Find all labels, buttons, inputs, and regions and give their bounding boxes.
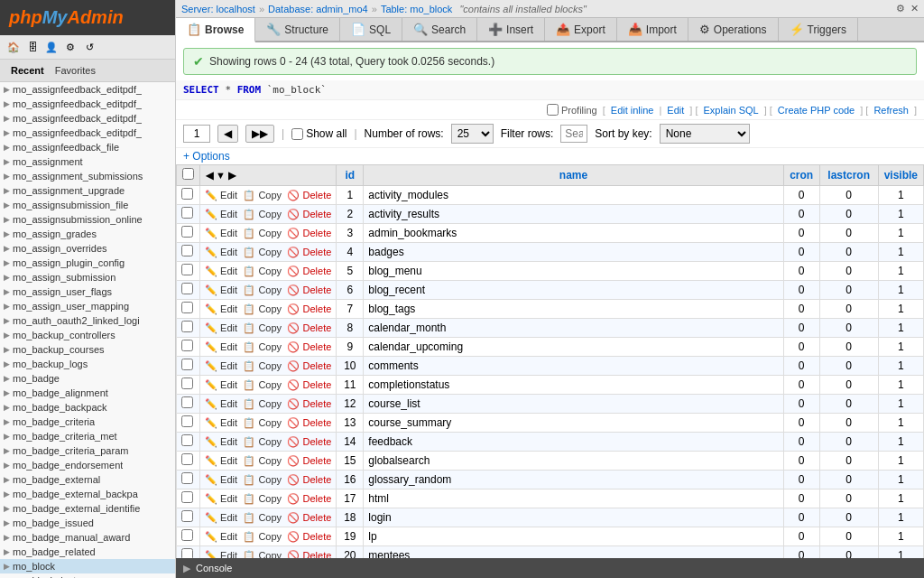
row-checkbox[interactable]	[181, 548, 193, 558]
edit-button[interactable]: ✏️ Edit	[205, 455, 237, 467]
sidebar-item[interactable]: ▶mo_backup_logs	[0, 357, 175, 371]
row-checkbox[interactable]	[181, 434, 193, 446]
delete-button[interactable]: 🚫 Delete	[287, 322, 331, 334]
select-all-checkbox[interactable]	[182, 168, 194, 180]
delete-button[interactable]: 🚫 Delete	[287, 398, 331, 410]
row-checkbox[interactable]	[181, 207, 193, 219]
edit-link[interactable]: Edit	[667, 105, 684, 116]
edit-button[interactable]: ✏️ Edit	[205, 341, 237, 353]
sidebar-item[interactable]: ▶mo_badge_criteria	[0, 415, 175, 429]
edit-button[interactable]: ✏️ Edit	[205, 512, 237, 524]
col-next-icon[interactable]: ▶	[228, 170, 236, 182]
row-checkbox[interactable]	[181, 340, 193, 351]
copy-button[interactable]: 📋 Copy	[243, 247, 282, 258]
delete-button[interactable]: 🚫 Delete	[287, 531, 331, 543]
copy-button[interactable]: 📋 Copy	[243, 322, 282, 334]
topbar-settings-icon[interactable]: ⚙	[896, 3, 905, 14]
filter-input[interactable]	[560, 125, 587, 143]
sidebar-item[interactable]: ▶mo_badge_backpack	[0, 400, 175, 415]
sidebar-item[interactable]: ▶mo_assign_user_flags	[0, 284, 175, 299]
sidebar-item[interactable]: ▶mo_assign_user_mapping	[0, 299, 175, 313]
edit-button[interactable]: ✏️ Edit	[205, 398, 237, 410]
row-checkbox[interactable]	[181, 188, 193, 200]
sidebar-item[interactable]: ▶mo_assignfeedback_editpdf_	[0, 97, 175, 111]
delete-button[interactable]: 🚫 Delete	[287, 436, 331, 448]
tab-operations[interactable]: ⚙ Operations	[688, 18, 779, 41]
sidebar-item[interactable]: ▶mo_badge_manual_award	[0, 530, 175, 545]
delete-button[interactable]: 🚫 Delete	[287, 512, 331, 524]
sidebar-item[interactable]: ▶mo_assignfeedback_editpdf_	[0, 111, 175, 126]
copy-button[interactable]: 📋 Copy	[243, 531, 282, 543]
favorites-tab[interactable]: Favorites	[50, 63, 101, 78]
copy-button[interactable]: 📋 Copy	[243, 512, 282, 524]
row-checkbox[interactable]	[181, 302, 193, 313]
row-checkbox[interactable]	[181, 226, 193, 238]
row-checkbox[interactable]	[181, 491, 193, 503]
sidebar-item[interactable]: ▶mo_assign_plugin_config	[0, 256, 175, 270]
delete-button[interactable]: 🚫 Delete	[287, 228, 331, 239]
delete-button[interactable]: 🚫 Delete	[287, 417, 331, 429]
row-checkbox[interactable]	[181, 529, 193, 541]
edit-button[interactable]: ✏️ Edit	[205, 436, 237, 448]
cron-sort-link[interactable]: cron	[790, 169, 813, 182]
edit-button[interactable]: ✏️ Edit	[205, 247, 237, 258]
options-link[interactable]: + Options	[183, 150, 230, 163]
col-prev-icon[interactable]: ◀	[206, 170, 213, 182]
copy-button[interactable]: 📋 Copy	[243, 303, 282, 315]
row-checkbox[interactable]	[181, 359, 193, 370]
copy-button[interactable]: 📋 Copy	[243, 228, 282, 239]
edit-button[interactable]: ✏️ Edit	[205, 228, 237, 239]
edit-button[interactable]: ✏️ Edit	[205, 322, 237, 334]
delete-button[interactable]: 🚫 Delete	[287, 266, 331, 277]
sidebar-item-active[interactable]: ▶mo_block	[0, 559, 175, 573]
table-link[interactable]: Table: mo_block	[381, 4, 453, 14]
recent-tab[interactable]: Recent	[5, 63, 50, 78]
sidebar-item[interactable]: ▶mo_assignfeedback_editpdf_	[0, 82, 175, 97]
next-next-page-button[interactable]: ▶▶	[245, 125, 274, 143]
edit-button[interactable]: ✏️ Edit	[205, 284, 237, 296]
sidebar-item[interactable]: ▶mo_badge_external_identifie	[0, 501, 175, 516]
show-all-checkbox[interactable]	[291, 128, 303, 140]
refresh-link[interactable]: Refresh	[873, 105, 909, 116]
edit-button[interactable]: ✏️ Edit	[205, 190, 237, 201]
sidebar-item[interactable]: ▶mo_auth_oauth2_linked_logi	[0, 313, 175, 328]
copy-button[interactable]: 📋 Copy	[243, 436, 282, 448]
copy-button[interactable]: 📋 Copy	[243, 266, 282, 277]
prev-page-button[interactable]: ◀	[217, 125, 238, 143]
sidebar-item[interactable]: ▶mo_assignsubmission_file	[0, 198, 175, 212]
database-link[interactable]: Database: admin_mo4	[268, 4, 368, 14]
sidebar-item[interactable]: ▶mo_badge_external_backpa	[0, 487, 175, 501]
copy-button[interactable]: 📋 Copy	[243, 493, 282, 505]
explain-sql-link[interactable]: Explain SQL	[704, 105, 759, 116]
tab-search[interactable]: 🔍 Search	[402, 18, 477, 41]
row-checkbox[interactable]	[181, 378, 193, 389]
show-all-label[interactable]: Show all	[291, 127, 346, 140]
create-php-link[interactable]: Create PHP code	[778, 105, 855, 116]
delete-button[interactable]: 🚫 Delete	[287, 190, 331, 201]
edit-button[interactable]: ✏️ Edit	[205, 379, 237, 391]
sidebar-item[interactable]: ▶mo_backup_courses	[0, 342, 175, 357]
delete-button[interactable]: 🚫 Delete	[287, 209, 331, 220]
delete-button[interactable]: 🚫 Delete	[287, 247, 331, 258]
delete-button[interactable]: 🚫 Delete	[287, 455, 331, 467]
copy-button[interactable]: 📋 Copy	[243, 379, 282, 391]
copy-button[interactable]: 📋 Copy	[243, 284, 282, 296]
home-icon[interactable]: 🏠	[5, 39, 22, 55]
sidebar-item[interactable]: ▶mo_badge_related	[0, 545, 175, 559]
tab-export[interactable]: 📤 Export	[545, 18, 617, 41]
delete-button[interactable]: 🚫 Delete	[287, 341, 331, 353]
page-number-input[interactable]	[183, 125, 210, 143]
db-icon[interactable]: 🗄	[24, 39, 41, 55]
copy-button[interactable]: 📋 Copy	[243, 417, 282, 429]
id-sort-link[interactable]: id	[345, 169, 355, 182]
sidebar-item[interactable]: ▶mo_assignfeedback_file	[0, 140, 175, 154]
tab-triggers[interactable]: ⚡ Triggers	[779, 18, 859, 41]
sidebar-item[interactable]: ▶mo_badge_criteria_met	[0, 429, 175, 443]
row-checkbox[interactable]	[181, 396, 193, 408]
copy-button[interactable]: 📋 Copy	[243, 474, 282, 486]
visible-sort-link[interactable]: visible	[884, 169, 918, 182]
copy-button[interactable]: 📋 Copy	[243, 550, 282, 558]
row-checkbox[interactable]	[181, 283, 193, 294]
delete-button[interactable]: 🚫 Delete	[287, 303, 331, 315]
row-checkbox[interactable]	[181, 472, 193, 484]
